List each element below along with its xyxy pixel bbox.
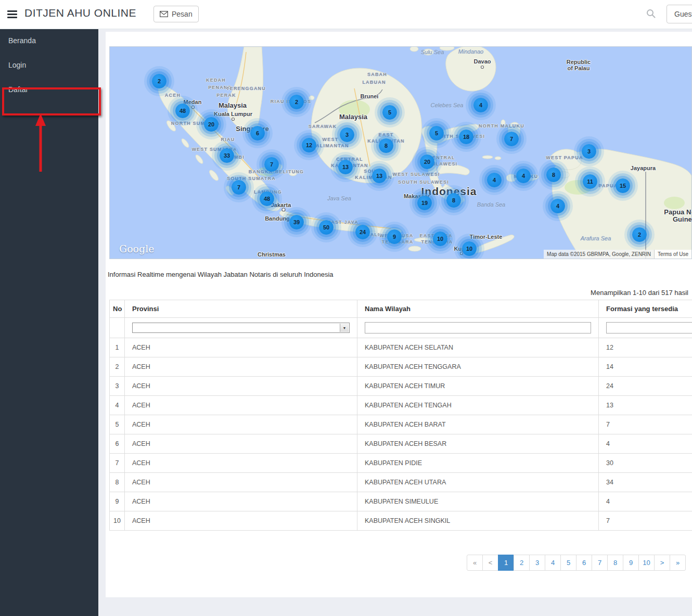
sidebar-item-login[interactable]: Login (0, 53, 98, 77)
indonesia-map[interactable]: Sulu SeaMindanaoDavaoRepublicof PalauCel… (110, 47, 691, 259)
map-cluster-marker[interactable]: 20 (204, 117, 219, 132)
map-label: Malaysia (219, 101, 247, 109)
map-cluster-marker[interactable]: 8 (546, 168, 561, 182)
terms-of-use-link[interactable]: Terms of Use (654, 250, 691, 259)
search-icon[interactable] (646, 8, 656, 21)
map-cluster-marker[interactable]: 48 (260, 191, 274, 206)
page-button-4[interactable]: 4 (545, 555, 561, 571)
table-cell: 14 (599, 357, 692, 377)
column-header: Nama Wilayah (357, 300, 599, 318)
map-attribution: Map data ©2015 GBRMPA, Google, ZENRIN (544, 250, 654, 259)
map-cluster-marker[interactable]: 18 (459, 130, 473, 144)
provinsi-filter-select[interactable]: ▼ (132, 323, 350, 333)
hamburger-menu-icon[interactable] (7, 10, 17, 18)
table-cell: 7 (110, 454, 125, 473)
map-label: Timor-Leste (470, 234, 503, 240)
map-cluster-marker[interactable]: 7 (504, 132, 519, 146)
sidebar-item-daftar[interactable]: Daftar (0, 78, 98, 101)
page-button->[interactable]: > (654, 555, 670, 571)
map-label: Christmas (258, 251, 286, 258)
map-cluster-marker[interactable]: 24 (355, 225, 370, 239)
map-cluster-marker[interactable]: 2 (289, 95, 304, 109)
map-cluster-marker[interactable]: 4 (473, 98, 488, 112)
table-row: 9ACEHKABUPATEN SIMEULUE4 (110, 492, 692, 511)
map-cluster-marker[interactable]: 4 (487, 173, 502, 187)
map-label: SABAH (367, 72, 387, 77)
map-label: Jakarta (271, 202, 291, 208)
map-cluster-marker[interactable]: 9 (387, 229, 402, 244)
map-cluster-marker[interactable]: 12 (302, 138, 316, 152)
map-cluster-marker[interactable]: 50 (319, 220, 334, 235)
table-cell: ACEH (125, 338, 357, 357)
page-button-6[interactable]: 6 (576, 555, 592, 571)
map-cluster-marker[interactable]: 6 (250, 126, 265, 140)
page-button-10[interactable]: 10 (638, 555, 655, 571)
map-cluster-marker[interactable]: 3 (582, 144, 596, 159)
map-cluster-marker[interactable]: 4 (516, 169, 531, 183)
map-cluster-marker[interactable]: 8 (379, 138, 393, 153)
page-button-«: « (467, 555, 483, 571)
map-cluster-marker[interactable]: 15 (616, 178, 630, 193)
page-button-7[interactable]: 7 (592, 555, 608, 571)
pesan-button[interactable]: Pesan (153, 6, 199, 22)
map-cluster-marker[interactable]: 4 (550, 199, 565, 213)
map-cluster-marker[interactable]: 5 (382, 105, 397, 120)
map-cluster-marker[interactable]: 13 (372, 169, 387, 183)
map-cluster-marker[interactable]: 39 (289, 215, 304, 229)
page-button-5[interactable]: 5 (560, 555, 576, 571)
map-cluster-marker[interactable]: 7 (264, 157, 279, 172)
map-cluster-marker[interactable]: 19 (417, 196, 432, 210)
map-label: PERAK (216, 93, 236, 98)
table-cell: ACEH (125, 473, 357, 492)
page-button-»[interactable]: » (670, 555, 686, 571)
map-cluster-marker[interactable]: 7 (232, 180, 246, 195)
page-button-9[interactable]: 9 (623, 555, 639, 571)
table-row: 10ACEHKABUPATEN ACEH SINGKIL7 (110, 511, 692, 531)
table-cell: ACEH (125, 434, 357, 454)
top-bar: DITJEN AHU ONLINE Pesan Guest (0, 0, 692, 29)
map-cluster-marker[interactable]: 48 (175, 104, 190, 118)
map-cluster-marker[interactable]: 11 (583, 174, 597, 189)
map-cluster-marker[interactable]: 8 (446, 193, 461, 208)
map-container[interactable]: Sulu SeaMindanaoDavaoRepublicof PalauCel… (109, 46, 692, 259)
map-cluster-marker[interactable]: 5 (429, 126, 444, 140)
map-label: Java Sea (327, 195, 351, 201)
map-label: KEDAH (206, 78, 226, 83)
table-cell: KABUPATEN ACEH BESAR (357, 434, 599, 454)
map-cluster-marker[interactable]: 2 (152, 74, 166, 88)
map-cluster-marker[interactable]: 13 (338, 160, 353, 174)
page-button-2[interactable]: 2 (514, 555, 530, 571)
map-cluster-marker[interactable]: 2 (632, 227, 647, 242)
sidebar-item-beranda[interactable]: Beranda (0, 29, 98, 53)
table-cell: KABUPATEN PIDIE (357, 454, 599, 473)
map-cluster-marker[interactable]: 10 (433, 232, 447, 246)
table-row: 4ACEHKABUPATEN ACEH TENGAH13 (110, 396, 692, 415)
envelope-icon (160, 11, 168, 17)
map-label: WEST PAPUA (546, 155, 583, 160)
table-cell: ACEH (125, 511, 357, 531)
map-cluster-marker[interactable]: 33 (220, 148, 234, 163)
page-button-8[interactable]: 8 (607, 555, 623, 571)
info-text: Informasi Realtime mengenai Wilayah Jaba… (108, 271, 692, 278)
table-cell: 2 (110, 357, 125, 377)
google-logo[interactable]: Google (119, 243, 155, 254)
guest-dropdown[interactable]: Guest (667, 5, 692, 23)
table-cell: 34 (599, 473, 692, 492)
map-label: Malaysia (339, 113, 367, 121)
map-label: Celebes Sea (431, 102, 464, 108)
map-label: TERENGGANU (226, 86, 266, 91)
formasi-filter-input[interactable] (606, 322, 692, 333)
map-label: Brunei (361, 93, 379, 99)
table-cell: KABUPATEN ACEH TIMUR (357, 377, 599, 396)
page-button-1[interactable]: 1 (498, 555, 514, 571)
map-cluster-marker[interactable]: 10 (462, 241, 477, 256)
map-cluster-marker[interactable]: 20 (420, 155, 434, 169)
map-cluster-marker[interactable]: 3 (340, 127, 354, 142)
map-label: Banda Sea (477, 201, 505, 208)
nama-wilayah-filter-input[interactable] (365, 322, 591, 333)
map-label: of Palau (568, 65, 590, 71)
page-button-3[interactable]: 3 (529, 555, 545, 571)
table-cell: ACEH (125, 454, 357, 473)
column-header: Provinsi (125, 300, 357, 318)
table-row: 7ACEHKABUPATEN PIDIE30 (110, 454, 692, 473)
